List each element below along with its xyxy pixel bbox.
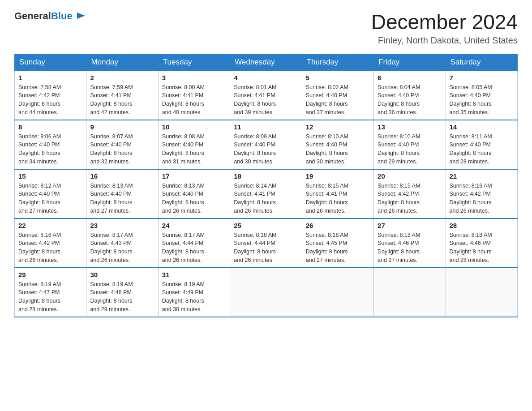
location-label: Finley, North Dakota, United States — [371, 35, 518, 46]
day-number: 3 — [162, 74, 226, 81]
day-number: 30 — [90, 271, 154, 278]
day-info: Sunrise: 8:19 AM Sunset: 4:49 PM Dayligh… — [162, 281, 205, 313]
day-number: 18 — [234, 172, 298, 180]
table-row: 4 Sunrise: 8:01 AM Sunset: 4:41 PM Dayli… — [230, 71, 302, 120]
day-info: Sunrise: 7:59 AM Sunset: 4:41 PM Dayligh… — [90, 84, 133, 116]
table-row: 28 Sunrise: 8:18 AM Sunset: 4:46 PM Dayl… — [446, 218, 517, 268]
day-info: Sunrise: 8:05 AM Sunset: 4:40 PM Dayligh… — [450, 84, 492, 116]
calendar-week-row: 1 Sunrise: 7:58 AM Sunset: 4:42 PM Dayli… — [15, 71, 518, 120]
table-row: 16 Sunrise: 8:13 AM Sunset: 4:40 PM Dayl… — [86, 169, 158, 218]
day-number: 31 — [162, 271, 226, 278]
day-info: Sunrise: 8:13 AM Sunset: 4:40 PM Dayligh… — [162, 183, 205, 214]
day-number: 7 — [450, 74, 514, 81]
day-number: 26 — [306, 222, 370, 229]
day-number: 9 — [90, 123, 154, 131]
day-number: 16 — [90, 172, 154, 180]
day-info: Sunrise: 8:16 AM Sunset: 4:42 PM Dayligh… — [18, 232, 61, 263]
table-row: 13 Sunrise: 8:10 AM Sunset: 4:40 PM Dayl… — [374, 120, 446, 169]
table-row: 15 Sunrise: 8:12 AM Sunset: 4:40 PM Dayl… — [15, 169, 86, 218]
table-row: 26 Sunrise: 8:18 AM Sunset: 4:45 PM Dayl… — [302, 218, 373, 268]
logo-text: GeneralBlue — [14, 11, 86, 23]
col-monday: Monday — [86, 54, 158, 71]
calendar-week-row: 22 Sunrise: 8:16 AM Sunset: 4:42 PM Dayl… — [15, 218, 518, 268]
day-number: 1 — [18, 74, 82, 81]
logo-arrow-icon — [76, 11, 86, 21]
col-wednesday: Wednesday — [230, 54, 302, 71]
col-sunday: Sunday — [15, 54, 86, 71]
day-info: Sunrise: 8:02 AM Sunset: 4:40 PM Dayligh… — [306, 84, 348, 116]
day-number: 27 — [378, 222, 442, 229]
calendar-week-row: 15 Sunrise: 8:12 AM Sunset: 4:40 PM Dayl… — [15, 169, 518, 218]
table-row: 31 Sunrise: 8:19 AM Sunset: 4:49 PM Dayl… — [158, 268, 230, 317]
calendar-week-row: 29 Sunrise: 8:19 AM Sunset: 4:47 PM Dayl… — [15, 268, 518, 317]
day-number: 22 — [18, 222, 82, 229]
table-row: 6 Sunrise: 8:04 AM Sunset: 4:40 PM Dayli… — [374, 71, 446, 120]
day-info: Sunrise: 8:18 AM Sunset: 4:46 PM Dayligh… — [378, 232, 420, 263]
day-number: 24 — [162, 222, 226, 229]
table-row: 3 Sunrise: 8:00 AM Sunset: 4:41 PM Dayli… — [158, 71, 230, 120]
table-row: 10 Sunrise: 8:08 AM Sunset: 4:40 PM Dayl… — [158, 120, 230, 169]
table-row: 11 Sunrise: 8:09 AM Sunset: 4:40 PM Dayl… — [230, 120, 302, 169]
day-info: Sunrise: 8:19 AM Sunset: 4:48 PM Dayligh… — [90, 281, 133, 313]
day-number: 2 — [90, 74, 154, 81]
table-row: 5 Sunrise: 8:02 AM Sunset: 4:40 PM Dayli… — [302, 71, 373, 120]
svg-marker-0 — [77, 13, 85, 19]
calendar-header-row: Sunday Monday Tuesday Wednesday Thursday… — [15, 54, 518, 71]
table-row: 23 Sunrise: 8:17 AM Sunset: 4:43 PM Dayl… — [86, 218, 158, 268]
table-row: 18 Sunrise: 8:14 AM Sunset: 4:41 PM Dayl… — [230, 169, 302, 218]
table-row — [230, 268, 302, 317]
day-info: Sunrise: 8:18 AM Sunset: 4:44 PM Dayligh… — [234, 232, 276, 263]
table-row: 24 Sunrise: 8:17 AM Sunset: 4:44 PM Dayl… — [158, 218, 230, 268]
table-row: 14 Sunrise: 8:11 AM Sunset: 4:40 PM Dayl… — [446, 120, 517, 169]
day-info: Sunrise: 8:08 AM Sunset: 4:40 PM Dayligh… — [162, 133, 205, 165]
table-row: 27 Sunrise: 8:18 AM Sunset: 4:46 PM Dayl… — [374, 218, 446, 268]
day-number: 13 — [378, 123, 442, 131]
day-info: Sunrise: 8:06 AM Sunset: 4:40 PM Dayligh… — [18, 133, 61, 165]
col-friday: Friday — [374, 54, 446, 71]
day-number: 21 — [450, 172, 514, 180]
day-number: 15 — [18, 172, 82, 180]
table-row: 29 Sunrise: 8:19 AM Sunset: 4:47 PM Dayl… — [15, 268, 86, 317]
day-number: 23 — [90, 222, 154, 229]
day-info: Sunrise: 8:00 AM Sunset: 4:41 PM Dayligh… — [162, 84, 205, 116]
table-row: 30 Sunrise: 8:19 AM Sunset: 4:48 PM Dayl… — [86, 268, 158, 317]
day-info: Sunrise: 8:13 AM Sunset: 4:40 PM Dayligh… — [90, 183, 133, 214]
calendar-week-row: 8 Sunrise: 8:06 AM Sunset: 4:40 PM Dayli… — [15, 120, 518, 169]
day-number: 8 — [18, 123, 82, 131]
table-row: 19 Sunrise: 8:15 AM Sunset: 4:41 PM Dayl… — [302, 169, 373, 218]
month-title: December 2024 — [371, 11, 518, 34]
table-row — [374, 268, 446, 317]
day-info: Sunrise: 8:12 AM Sunset: 4:40 PM Dayligh… — [18, 183, 61, 214]
day-info: Sunrise: 8:11 AM Sunset: 4:40 PM Dayligh… — [450, 133, 492, 165]
col-saturday: Saturday — [446, 54, 517, 71]
day-number: 11 — [234, 123, 298, 131]
table-row: 9 Sunrise: 8:07 AM Sunset: 4:40 PM Dayli… — [86, 120, 158, 169]
day-info: Sunrise: 8:18 AM Sunset: 4:45 PM Dayligh… — [306, 232, 348, 263]
day-info: Sunrise: 8:19 AM Sunset: 4:47 PM Dayligh… — [18, 281, 61, 313]
day-info: Sunrise: 8:17 AM Sunset: 4:44 PM Dayligh… — [162, 232, 205, 263]
col-tuesday: Tuesday — [158, 54, 230, 71]
day-info: Sunrise: 8:07 AM Sunset: 4:40 PM Dayligh… — [90, 133, 133, 165]
page-header: GeneralBlue December 2024 Finley, North … — [14, 11, 518, 46]
col-thursday: Thursday — [302, 54, 373, 71]
table-row: 7 Sunrise: 8:05 AM Sunset: 4:40 PM Dayli… — [446, 71, 517, 120]
table-row: 8 Sunrise: 8:06 AM Sunset: 4:40 PM Dayli… — [15, 120, 86, 169]
table-row: 21 Sunrise: 8:16 AM Sunset: 4:42 PM Dayl… — [446, 169, 517, 218]
day-info: Sunrise: 8:18 AM Sunset: 4:46 PM Dayligh… — [450, 232, 492, 263]
day-number: 20 — [378, 172, 442, 180]
day-number: 5 — [306, 74, 370, 81]
day-number: 10 — [162, 123, 226, 131]
table-row: 22 Sunrise: 8:16 AM Sunset: 4:42 PM Dayl… — [15, 218, 86, 268]
day-info: Sunrise: 7:58 AM Sunset: 4:42 PM Dayligh… — [18, 84, 61, 116]
day-number: 19 — [306, 172, 370, 180]
table-row: 12 Sunrise: 8:10 AM Sunset: 4:40 PM Dayl… — [302, 120, 373, 169]
day-info: Sunrise: 8:01 AM Sunset: 4:41 PM Dayligh… — [234, 84, 276, 116]
day-number: 25 — [234, 222, 298, 229]
day-info: Sunrise: 8:04 AM Sunset: 4:40 PM Dayligh… — [378, 84, 420, 116]
day-number: 14 — [450, 123, 514, 131]
table-row: 2 Sunrise: 7:59 AM Sunset: 4:41 PM Dayli… — [86, 71, 158, 120]
table-row: 25 Sunrise: 8:18 AM Sunset: 4:44 PM Dayl… — [230, 218, 302, 268]
table-row: 1 Sunrise: 7:58 AM Sunset: 4:42 PM Dayli… — [15, 71, 86, 120]
title-block: December 2024 Finley, North Dakota, Unit… — [371, 11, 518, 46]
logo[interactable]: GeneralBlue — [14, 11, 86, 23]
